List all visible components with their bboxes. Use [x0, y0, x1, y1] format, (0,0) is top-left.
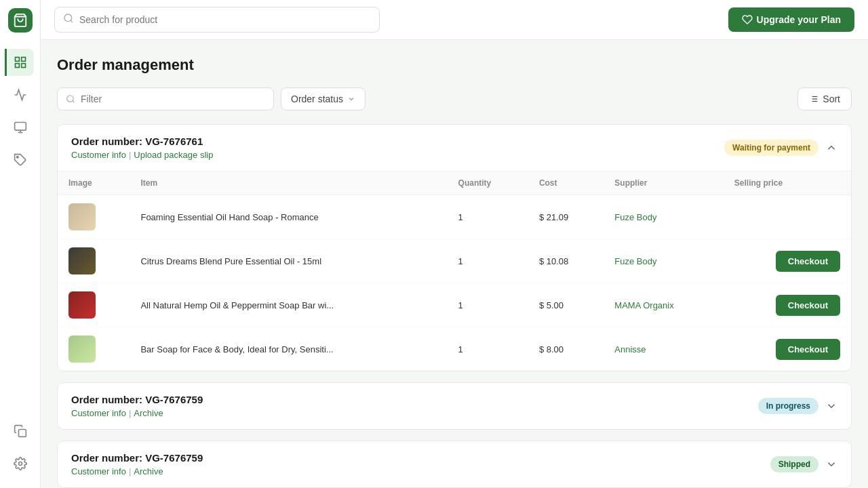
svg-point-10 [18, 462, 22, 466]
order-links-1: Customer info | Upload package slip [71, 150, 213, 160]
item-cost-cell: $ 21.09 [528, 195, 604, 239]
item-selling-cell: Checkout [724, 239, 851, 283]
page-title: Order management [57, 56, 852, 74]
item-qty-cell: 1 [448, 283, 528, 327]
filters-row: Order status Sort [57, 87, 852, 110]
order-info-3: Order number: VG-7676759 Customer info |… [71, 452, 203, 476]
item-supplier-cell: MAMA Organix [604, 283, 724, 327]
order-items-table-1: Image Item Quantity Cost Supplier Sellin… [58, 171, 851, 371]
order-header-3[interactable]: Order number: VG-7676759 Customer info |… [58, 441, 851, 487]
search-input[interactable] [79, 14, 371, 25]
order-card-2: Order number: VG-7676759 Customer info |… [57, 382, 852, 430]
item-name-cell: Foaming Essential Oil Hand Soap - Romanc… [130, 195, 447, 239]
order-number-3: Order number: VG-7676759 [71, 452, 203, 464]
archive-link-2[interactable]: Archive [134, 408, 163, 418]
sidebar-item-settings[interactable] [7, 450, 34, 477]
product-image-2 [68, 247, 96, 274]
filter-input[interactable] [81, 94, 199, 104]
item-qty-cell: 1 [448, 195, 528, 239]
topbar: Upgrade your Plan [41, 0, 868, 40]
sidebar-item-copy[interactable] [7, 418, 34, 445]
customer-info-link-3[interactable]: Customer info [71, 466, 126, 476]
search-icon [63, 13, 74, 26]
svg-line-14 [73, 101, 75, 103]
upgrade-button[interactable]: Upgrade your Plan [728, 7, 854, 32]
app-logo[interactable] [8, 8, 33, 33]
svg-rect-3 [15, 64, 19, 68]
order-number-2: Order number: VG-7676759 [71, 394, 203, 405]
order-links-3: Customer info | Archive [71, 466, 203, 476]
svg-rect-4 [21, 64, 25, 68]
order-status-dropdown[interactable]: Order status [281, 87, 366, 110]
sidebar-item-inventory[interactable] [7, 114, 34, 141]
col-image: Image [58, 171, 130, 195]
sidebar-bottom [7, 418, 34, 477]
sort-icon [809, 94, 818, 104]
col-cost: Cost [528, 171, 604, 195]
product-image-4 [68, 336, 96, 363]
sidebar-item-tags[interactable] [7, 146, 34, 174]
col-selling-price: Selling price [724, 171, 851, 195]
product-image-1 [68, 203, 96, 230]
order-header-1[interactable]: Order number: VG-7676761 Customer info |… [58, 125, 851, 171]
item-cost-cell: $ 8.00 [528, 327, 604, 371]
item-selling-cell: Checkout [724, 283, 851, 327]
product-image-3 [68, 291, 96, 319]
col-supplier: Supplier [604, 171, 724, 195]
table-header-row: Image Item Quantity Cost Supplier Sellin… [58, 171, 851, 195]
sidebar-item-orders[interactable] [5, 49, 34, 76]
supplier-link-annisse[interactable]: Annisse [614, 344, 646, 354]
filter-input-wrap [57, 87, 274, 110]
chevron-down-icon [825, 400, 837, 412]
archive-link-3[interactable]: Archive [134, 466, 163, 476]
order-info-2: Order number: VG-7676759 Customer info |… [71, 394, 203, 418]
chevron-down-icon [825, 458, 837, 470]
sidebar [0, 0, 41, 488]
sidebar-item-analytics[interactable] [7, 81, 34, 108]
supplier-link-fuzebody-1[interactable]: Fuze Body [614, 212, 656, 222]
collapse-button-1[interactable] [825, 142, 837, 154]
main-content: Upgrade your Plan Order management Order… [41, 0, 868, 488]
svg-rect-2 [21, 58, 25, 62]
item-image-cell [58, 327, 130, 371]
chevron-down-icon [347, 95, 355, 103]
table-row: Foaming Essential Oil Hand Soap - Romanc… [58, 195, 851, 239]
item-selling-cell [724, 195, 851, 239]
expand-button-3[interactable] [825, 458, 837, 470]
order-card-1: Order number: VG-7676761 Customer info |… [57, 124, 852, 371]
item-cost-cell: $ 10.08 [528, 239, 604, 283]
item-name-cell: All Natural Hemp Oil & Peppermint Soap B… [130, 283, 447, 327]
item-image-cell [58, 195, 130, 239]
checkout-button-3[interactable]: Checkout [776, 295, 840, 316]
svg-point-13 [67, 96, 73, 102]
status-badge-2: In progress [758, 398, 818, 414]
customer-info-link-2[interactable]: Customer info [71, 408, 126, 418]
table-row: Bar Soap for Face & Body, Ideal for Dry,… [58, 327, 851, 371]
upload-package-slip-link-1[interactable]: Upload package slip [134, 150, 213, 160]
svg-rect-9 [18, 430, 26, 437]
sort-button[interactable]: Sort [797, 87, 852, 110]
svg-rect-5 [14, 123, 26, 131]
supplier-link-mama[interactable]: MAMA Organix [614, 300, 673, 310]
supplier-link-fuzebody-2[interactable]: Fuze Body [614, 256, 656, 266]
table-row: Citrus Dreams Blend Pure Essential Oil -… [58, 239, 851, 283]
item-qty-cell: 1 [448, 327, 528, 371]
item-name-cell: Citrus Dreams Blend Pure Essential Oil -… [130, 239, 447, 283]
item-qty-cell: 1 [448, 239, 528, 283]
item-name-cell: Bar Soap for Face & Body, Ideal for Dry,… [130, 327, 447, 371]
page-content: Order management Order status Sort Order… [41, 40, 868, 488]
item-cost-cell: $ 5.00 [528, 283, 604, 327]
expand-button-2[interactable] [825, 400, 837, 412]
checkout-button-2[interactable]: Checkout [776, 251, 840, 272]
svg-line-12 [71, 20, 73, 22]
customer-info-link-1[interactable]: Customer info [71, 150, 126, 160]
item-selling-cell: Checkout [724, 327, 851, 371]
filter-search-icon [66, 94, 75, 104]
checkout-button-4[interactable]: Checkout [776, 339, 840, 360]
order-links-2: Customer info | Archive [71, 408, 203, 418]
item-image-cell [58, 283, 130, 327]
order-header-2[interactable]: Order number: VG-7676759 Customer info |… [58, 383, 851, 429]
col-item: Item [130, 171, 447, 195]
item-supplier-cell: Fuze Body [604, 195, 724, 239]
search-box [54, 7, 380, 33]
